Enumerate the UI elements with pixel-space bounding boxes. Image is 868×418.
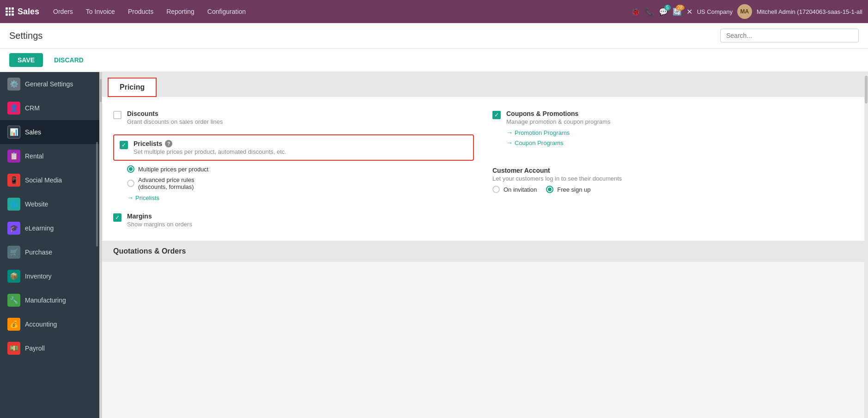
coupons-setting: ✓ Coupons & Promotions Manage promotion … — [492, 106, 853, 150]
pricing-section-content: Discounts Grant discounts on sales order… — [102, 97, 864, 241]
app-brand[interactable]: Sales — [6, 7, 39, 17]
sidebar-label-rental: Rental — [25, 152, 43, 160]
sidebar-item-purchase[interactable]: 🛒 Purchase — [0, 240, 99, 264]
sidebar: ⚙️ General Settings 👤 CRM 📊 Sales 📋 Rent… — [0, 72, 99, 418]
discounts-content: Discounts Grant discounts on sales order… — [127, 110, 474, 125]
pricelists-title: Pricelists ? — [134, 140, 467, 147]
pricelists-link[interactable]: → Pricelists — [127, 194, 474, 201]
sidebar-label-manufacturing: Manufacturing — [25, 297, 66, 304]
pricelists-checkbox[interactable]: ✓ — [120, 141, 128, 149]
refresh-icon[interactable]: 🔄 28 — [673, 7, 682, 16]
advanced-price-radio[interactable] — [127, 180, 134, 187]
customer-account-options: On invitation Free sign up — [492, 186, 853, 197]
main-layout: ⚙️ General Settings 👤 CRM 📊 Sales 📋 Rent… — [0, 72, 868, 418]
customer-account-title: Customer Account — [492, 167, 853, 174]
on-invitation-label: On invitation — [504, 186, 537, 193]
coupons-title: Coupons & Promotions — [506, 110, 853, 117]
nav-configuration[interactable]: Configuration — [202, 5, 251, 18]
sidebar-item-manufacturing[interactable]: 🔧 Manufacturing — [0, 288, 99, 312]
pricing-header-bg: Pricing — [102, 72, 864, 97]
navbar-right: 🐞 📞 💬 5 🔄 28 ✕ US Company MA Mitchell Ad… — [631, 4, 862, 19]
pricelists-help-icon[interactable]: ? — [165, 140, 172, 147]
coupon-programs-link[interactable]: → Coupon Programs — [506, 139, 853, 146]
sidebar-label-website: Website — [25, 200, 48, 208]
purchase-icon: 🛒 — [7, 246, 20, 259]
action-bar: SAVE DISCARD — [0, 48, 868, 72]
nav-products[interactable]: Products — [122, 5, 159, 18]
on-invitation-radio[interactable] — [492, 186, 500, 193]
discounts-checkbox[interactable] — [113, 111, 121, 119]
sidebar-item-general-settings[interactable]: ⚙️ General Settings — [0, 72, 99, 96]
margins-title: Margins — [127, 212, 474, 220]
section-header-pricing-wrapper: Pricing — [102, 72, 864, 97]
margins-desc: Show margins on orders — [127, 221, 474, 228]
coupons-checkbox[interactable]: ✓ — [492, 111, 501, 119]
bug-icon[interactable]: 🐞 — [631, 7, 640, 16]
save-button[interactable]: SAVE — [9, 53, 43, 67]
sidebar-item-sales[interactable]: 📊 Sales — [0, 120, 99, 144]
sidebar-item-inventory[interactable]: 📦 Inventory — [0, 264, 99, 288]
pricelists-setting: ✓ Pricelists ? Set multiple prices per p… — [120, 140, 467, 155]
pricelists-setting-highlighted: ✓ Pricelists ? Set multiple prices per p… — [113, 134, 474, 161]
advanced-price-option[interactable]: Advanced price rules(discounts, formulas… — [127, 176, 474, 190]
pricing-right-col: ✓ Coupons & Promotions Manage promotion … — [492, 106, 853, 231]
sales-icon: 📊 — [7, 126, 20, 139]
nav-reporting[interactable]: Reporting — [161, 5, 200, 18]
sidebar-item-payroll[interactable]: 💵 Payroll — [0, 336, 99, 360]
company-name: US Company — [697, 8, 733, 15]
discard-button[interactable]: DISCARD — [48, 53, 90, 67]
pricing-left-col: Discounts Grant discounts on sales order… — [113, 106, 474, 231]
sidebar-label-payroll: Payroll — [25, 345, 45, 352]
grid-icon — [6, 7, 14, 16]
close-icon[interactable]: ✕ — [686, 7, 692, 16]
sidebar-label-purchase: Purchase — [25, 248, 52, 256]
free-signup-radio[interactable] — [546, 186, 553, 193]
sidebar-item-elearning[interactable]: 🎓 eLearning — [0, 216, 99, 240]
sidebar-label-sales: Sales — [25, 128, 41, 136]
nav-orders[interactable]: Orders — [48, 5, 79, 18]
avatar: MA — [737, 4, 752, 19]
multiple-prices-option[interactable]: Multiple prices per product — [127, 165, 474, 173]
navbar: Sales Orders To Invoice Products Reporti… — [0, 0, 868, 23]
pricelists-desc: Set multiple prices per product, automat… — [134, 148, 467, 155]
sidebar-item-social-media[interactable]: 📱 Social Media — [0, 168, 99, 192]
sidebar-item-rental[interactable]: 📋 Rental — [0, 144, 99, 168]
margins-checkbox[interactable]: ✓ — [113, 213, 121, 222]
customer-account-desc: Let your customers log in to see their d… — [492, 175, 853, 182]
pricing-grid: Discounts Grant discounts on sales order… — [113, 106, 853, 231]
discounts-title: Discounts — [127, 110, 474, 117]
phone-icon[interactable]: 📞 — [645, 7, 654, 16]
sidebar-label-inventory: Inventory — [25, 273, 52, 280]
sidebar-item-crm[interactable]: 👤 CRM — [0, 96, 99, 120]
search-input[interactable] — [720, 29, 859, 42]
free-signup-label: Free sign up — [557, 186, 590, 193]
multiple-prices-radio[interactable] — [127, 165, 134, 173]
nav-to-invoice[interactable]: To Invoice — [80, 5, 121, 18]
sidebar-item-website[interactable]: 🌐 Website — [0, 192, 99, 216]
coupons-desc: Manage promotion & coupon programs — [506, 118, 853, 125]
page-title: Settings — [9, 30, 42, 41]
customer-account-setting: Customer Account Let your customers log … — [492, 163, 853, 200]
elearning-icon: 🎓 — [7, 222, 20, 235]
content-scroll-thumb — [865, 76, 868, 103]
page-header: Settings — [0, 23, 868, 48]
pricelists-sub-options: Multiple prices per product Advanced pri… — [127, 165, 474, 201]
promotion-programs-link[interactable]: → Promotion Programs — [506, 129, 853, 136]
chat-icon[interactable]: 💬 5 — [659, 7, 668, 16]
sidebar-item-accounting[interactable]: 💰 Accounting — [0, 312, 99, 336]
on-invitation-option[interactable]: On invitation — [492, 186, 537, 193]
refresh-badge: 28 — [676, 5, 685, 11]
discounts-setting: Discounts Grant discounts on sales order… — [113, 106, 474, 129]
sidebar-label-social-media: Social Media — [25, 176, 62, 184]
margins-setting: ✓ Margins Show margins on orders — [113, 209, 474, 231]
free-signup-option[interactable]: Free sign up — [546, 186, 590, 193]
pricelists-content: Pricelists ? Set multiple prices per pro… — [134, 140, 467, 155]
sidebar-label-accounting: Accounting — [25, 321, 57, 328]
customer-account-content: Customer Account Let your customers log … — [492, 167, 853, 197]
content-scrollbar[interactable] — [864, 72, 868, 418]
crm-icon: 👤 — [7, 102, 20, 115]
sidebar-scroll-thumb-bar — [100, 79, 102, 102]
discounts-desc: Grant discounts on sales order lines — [127, 118, 474, 125]
gear-icon: ⚙️ — [7, 78, 20, 91]
rental-icon: 📋 — [7, 150, 20, 163]
